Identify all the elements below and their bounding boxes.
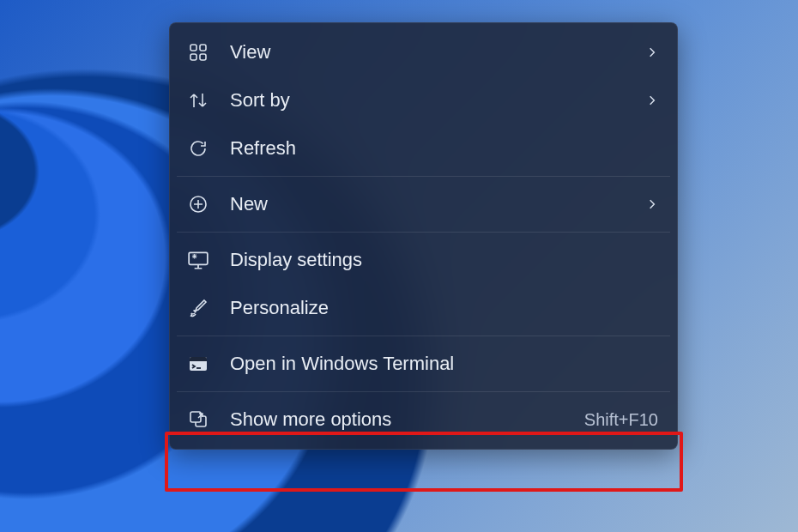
svg-rect-9: [190, 360, 207, 361]
refresh-icon: [185, 136, 211, 161]
paintbrush-icon: [185, 295, 211, 321]
menu-separator: [177, 232, 670, 233]
svg-point-6: [193, 255, 196, 257]
chevron-right-icon: [641, 94, 658, 106]
plus-circle-icon: [185, 191, 211, 217]
menu-label: Show more options: [230, 408, 584, 431]
menu-label: New: [230, 193, 641, 215]
svg-rect-0: [190, 45, 196, 51]
menu-item-open-terminal[interactable]: Open in Windows Terminal: [173, 340, 674, 388]
menu-item-personalize[interactable]: Personalize: [173, 284, 674, 332]
keyboard-shortcut: Shift+F10: [584, 410, 658, 430]
menu-separator: [177, 336, 670, 336]
menu-item-view[interactable]: View: [173, 28, 674, 76]
desktop-context-menu: View Sort by Refresh: [169, 22, 678, 450]
menu-label: Personalize: [230, 297, 641, 319]
display-settings-icon: [185, 247, 211, 273]
svg-rect-2: [190, 54, 196, 60]
grid-icon: [185, 39, 211, 65]
menu-item-sort-by[interactable]: Sort by: [173, 76, 674, 124]
menu-item-show-more-options[interactable]: Show more options Shift+F10: [173, 396, 674, 444]
terminal-icon: [185, 351, 211, 377]
menu-label: View: [230, 41, 641, 63]
menu-item-refresh[interactable]: Refresh: [173, 124, 674, 172]
menu-label: Refresh: [230, 137, 641, 160]
menu-item-display-settings[interactable]: Display settings: [173, 236, 674, 284]
svg-rect-1: [200, 45, 206, 51]
menu-separator: [177, 176, 670, 177]
svg-rect-5: [189, 252, 208, 264]
menu-separator: [177, 391, 670, 392]
sort-icon: [185, 88, 211, 113]
svg-rect-3: [200, 54, 206, 60]
chevron-right-icon: [641, 46, 658, 58]
menu-label: Open in Windows Terminal: [230, 353, 641, 375]
chevron-right-icon: [641, 198, 658, 210]
expand-icon: [185, 407, 211, 432]
menu-item-new[interactable]: New: [173, 180, 674, 228]
menu-label: Sort by: [230, 89, 641, 112]
menu-label: Display settings: [230, 249, 641, 271]
